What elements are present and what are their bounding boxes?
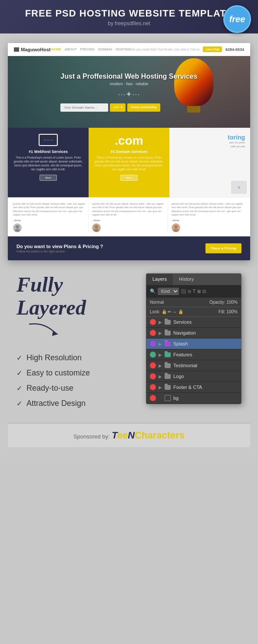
nav-home: HOME [51, 47, 61, 51]
nav-about: ABOUT [65, 47, 77, 51]
filter-icon-1: ⬛ [181, 289, 186, 294]
check-icon-4: ✓ [17, 399, 22, 408]
layer-folder-features [165, 352, 171, 357]
monitoring-text: sion of Loremnibh vel velit [175, 141, 245, 149]
layers-panel: Layers History 🔍 Kind ⬛ ⊙ T ⊞ ⊡ Normal O… [146, 273, 241, 404]
nav-help-text: Do you need help? Just Email, Live chat … [132, 48, 199, 51]
layer-row-testimonial[interactable]: ▶ Testimonial [146, 360, 241, 371]
layer-expand-splash[interactable]: ▶ [159, 342, 162, 346]
feature-label-3: Ready-to-use [26, 384, 73, 393]
hero-network-icon: ⋯✦⋯ [60, 90, 197, 99]
preview-features: #1 Webhost Services This is a Photoshop'… [8, 128, 250, 197]
features-checklist: ✓ High Resolution ✓ Easy to customize ✓ … [17, 353, 137, 408]
preview-navbar: MaguwoHost HOME ABOUT PRICING DOMAIN HOS… [8, 43, 250, 56]
layer-row-logo[interactable]: ▶ Logo [146, 371, 241, 382]
page-subtitle: by freepsdfiles.net [9, 20, 249, 27]
layer-row-bg[interactable]: ▶ bg [146, 393, 241, 404]
layer-eye-testimonial[interactable] [150, 362, 156, 368]
logo-icon [14, 47, 19, 52]
layer-eye-navigation[interactable] [150, 330, 156, 336]
layer-eye-splash[interactable] [150, 341, 156, 347]
tab-history[interactable]: History [173, 274, 200, 285]
layer-row-footer-cta[interactable]: ▶ Footer & CTA [146, 382, 241, 393]
domain-search-input[interactable] [60, 103, 108, 112]
preview-hero: Just a Proffesional Web Hosting Services… [8, 56, 250, 128]
check-availability-button[interactable]: Check Availability [127, 103, 160, 112]
company-logo: S [231, 181, 247, 194]
feature-domain: .com #1 Domain Services This is a Photos… [89, 128, 169, 197]
live-chat-button[interactable]: Live Chat [203, 46, 222, 52]
layers-filter-icons: ⬛ ⊙ T ⊞ ⊡ [181, 289, 206, 294]
nav-phone: 6284-6534 [225, 47, 244, 52]
layer-eye-logo[interactable] [150, 373, 156, 379]
layer-eye-services[interactable] [150, 319, 156, 325]
domain-ext-select[interactable]: .com ▼ [110, 103, 126, 112]
layer-expand-testimonial[interactable]: ▶ [159, 363, 162, 368]
website-preview: MaguwoHost HOME ABOUT PRICING DOMAIN HOS… [8, 43, 250, 260]
testimonial-1: granda nibh vel velit auctor aliquet. Ae… [11, 202, 89, 232]
main-content: MaguwoHost HOME ABOUT PRICING DOMAIN HOS… [0, 33, 258, 457]
layer-name-splash: Splash [173, 341, 238, 346]
cta-button[interactable]: Plans & Pricing [205, 243, 241, 253]
opacity-control: Opacity: 100% [209, 300, 238, 305]
layer-expand-services[interactable]: ▶ [159, 320, 162, 325]
layered-title: Fully Layered [17, 273, 137, 319]
domain-text: .com [94, 134, 164, 148]
page-header: FREE PSD HOSTING WEBSITE TEMPLATE by fre… [0, 0, 258, 33]
svg-point-4 [95, 225, 98, 229]
feature-item-2: ✓ Easy to customize [17, 368, 137, 378]
layer-expand-footer[interactable]: ▶ [159, 385, 162, 390]
lock-label: Lock: 🔒 ✏ ↔ 🔒 [150, 309, 183, 314]
testimonial-1-author: ~Anna [13, 219, 86, 222]
toon-text: TeeN [112, 430, 135, 441]
search-kind-icon: 🔍 [150, 289, 156, 294]
domain-heading: #1 Domain Services [94, 149, 164, 154]
layer-row-splash[interactable]: ▶ Splash [146, 339, 241, 349]
layer-eye-bg[interactable] [150, 395, 156, 401]
curved-arrow [27, 322, 62, 339]
layer-eye-features[interactable] [150, 352, 156, 358]
layer-folder-splash [165, 342, 171, 346]
layers-search-bar: 🔍 Kind ⬛ ⊙ T ⊞ ⊡ [146, 285, 241, 298]
fill-control: Fill: 100% [218, 309, 238, 314]
preview-testimonials: granda nibh vel velit auctor aliquet. Ae… [8, 197, 250, 236]
kind-select[interactable]: Kind [158, 288, 179, 295]
layered-section: Fully Layered ✓ High Resolution ✓ Easy t… [8, 260, 250, 423]
svg-point-7 [174, 225, 178, 229]
domain-more-button[interactable]: More [120, 175, 138, 181]
filter-icon-3: T [193, 289, 195, 294]
preview-logo: MaguwoHost [14, 47, 50, 52]
preview-cta: Do you want to view Plans & Pricing ? Fo… [8, 236, 250, 260]
testimonial-3: granda nibh vel velit auctor aliquet. Ae… [170, 202, 247, 232]
cta-sub-text: Follow the button is the right section [17, 250, 103, 253]
layer-expand-navigation[interactable]: ▶ [159, 331, 162, 335]
layer-row-features[interactable]: ▶ Features [146, 349, 241, 360]
testimonial-2-author: ~Anna [92, 219, 165, 222]
free-badge-text: free [229, 14, 245, 24]
layer-name-footer: Footer & CTA [173, 385, 238, 390]
layer-name-logo: Logo [173, 374, 238, 379]
feature-monitoring: toring sion of Loremnibh vel velit S [169, 128, 250, 197]
testimonial-3-author: ~Anna [172, 219, 245, 222]
nav-pricing: PRICING [80, 47, 95, 51]
hero-text-block: Just a Proffesional Web Hosting Services… [60, 73, 197, 112]
nav-domain: DOMAIN [98, 47, 112, 51]
layers-lock-row: Lock: 🔒 ✏ ↔ 🔒 Fill: 100% [146, 307, 241, 317]
check-icon-2: ✓ [17, 369, 22, 377]
feature-webhost: #1 Webhost Services This is a Photoshop'… [8, 128, 89, 197]
layer-expand-features[interactable]: ▶ [159, 352, 162, 357]
testimonial-2: granda nibh vel velit auctor aliquet. Ae… [90, 202, 168, 232]
tab-layers[interactable]: Layers [146, 274, 173, 285]
layer-eye-footer[interactable] [150, 384, 156, 390]
blend-mode-label: Normal [150, 300, 164, 305]
layer-row-navigation[interactable]: ▶ Navigation [146, 328, 241, 339]
webhost-more-button[interactable]: More [40, 175, 57, 181]
filter-icon-5: ⊡ [202, 289, 206, 294]
layer-row-services[interactable]: ▶ Services [146, 317, 241, 328]
layer-page-bg [165, 395, 171, 401]
svg-point-1 [16, 225, 19, 229]
testimonial-1-text: granda nibh vel velit auctor aliquet. Ae… [13, 202, 86, 216]
filter-icon-4: ⊞ [197, 289, 201, 294]
testimonial-1-avatar [13, 223, 22, 232]
layer-expand-logo[interactable]: ▶ [159, 374, 162, 379]
